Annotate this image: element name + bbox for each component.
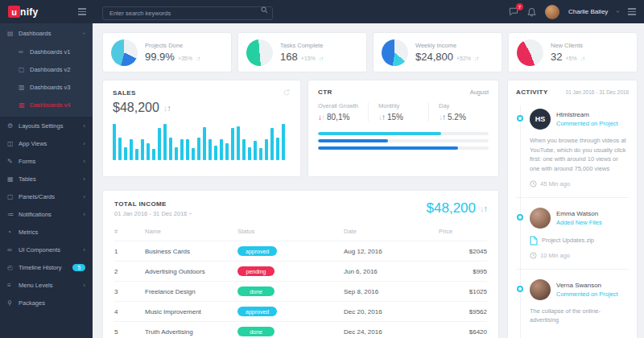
sidebar-subitem-dashboards-v3[interactable]: ▥Dashboards v3 [11,78,93,96]
sidebar-item-label: UI Components [19,246,83,254]
status-badge: approved [237,307,277,316]
trend-arrows-icon: ↓↑ [439,113,445,122]
sidebar-item-metrics[interactable]: ◔Metrics [0,223,93,241]
progress-fill [318,146,458,150]
notifications-icon: ≔ [7,211,19,218]
sidebar-item-menu-levels[interactable]: ≡Menu Levels› [0,276,93,294]
table-row[interactable]: 5Truth AdvertisingdoneDec 24, 2016$6420 [114,322,487,338]
logo-mark: u [8,6,20,18]
table-row[interactable]: 1Business CardsapprovedAug 12, 2016$2045 [114,241,487,262]
activity-action-link[interactable]: Commented on Project [556,291,618,298]
trend-arrows-icon: ↓↑ [378,113,385,122]
sales-bar [130,139,133,160]
ctr-metric-value-row: ↓↑15% [378,113,428,122]
income-period-picker[interactable]: 01 Jan 2016 - 31 Dec 2016 › [114,210,192,217]
bell-icon[interactable] [527,7,536,17]
timeline-marker-icon [517,214,523,221]
main-content: Projects Done99.9%+35%↓↑Tasks Complete16… [93,23,644,338]
cell-name: Truth Advertising [145,322,237,338]
cell-price: $6420 [439,322,487,338]
cell-date: Dec 20, 2016 [344,302,439,322]
activity-file-row[interactable]: Project Updates.zip [530,236,629,245]
sidebar-subitem-label: Dashboards v1 [30,48,85,56]
ctr-metrics: Overall Growth↓↑80,1%Monthly↓↑15%Day↓↑5.… [318,102,489,122]
stat-pie-chart [246,39,273,66]
status-badge: pending [237,266,275,276]
user-avatar[interactable] [545,5,559,19]
chevron-down-icon: › [80,32,88,35]
stat-value: 32 [551,51,562,63]
sidebar-item-notifications[interactable]: ≔Notifications› [0,205,93,223]
chat-badge: 7 [516,3,523,10]
sidebar-item-label: Layouts Settings [19,122,83,130]
activity-names: Verna SwansonCommented on Project [556,282,618,298]
sidebar-subitem-dashboards-v2[interactable]: ▢Dashboards v2 [11,60,93,78]
file-icon [530,236,538,245]
sidebar-item-panels-cards[interactable]: ▢Panels/Cards› [0,188,93,205]
tables-icon: ▦ [7,175,19,183]
sidebar-subitem-label: Dashboards v2 [30,66,85,73]
activity-action-link[interactable]: Commented on Project [556,120,618,127]
sidebar-menu: ⚙Layouts Settings›◫App Views›✎Forms›▦Tab… [0,117,93,311]
table-row[interactable]: 3Freelance DesigndoneSep 8, 2016$1025 [114,282,487,302]
user-menu-chevron-icon[interactable]: › [614,10,621,13]
activity-names: Emma WatsonAdded New Files [556,210,602,226]
forms-icon: ✎ [7,158,19,165]
activity-user-name: Htmlstream [556,111,618,118]
sidebar-item-packages[interactable]: ⚲Packages [0,294,93,311]
sidebar-item-layouts-settings[interactable]: ⚙Layouts Settings› [0,117,93,134]
stat-delta: +35% [178,56,192,61]
stat-line: $24,800+52%↓↑ [415,51,478,63]
avatar [530,208,551,229]
sidebar-item-dashboards[interactable]: ▤ Dashboards › [0,23,93,43]
activity-title: ACTIVITY [516,89,548,96]
cell-price: $2045 [439,241,487,262]
settings-menu-icon[interactable] [628,8,636,15]
refresh-icon[interactable] [283,89,291,97]
sidebar-toggle-icon[interactable] [78,8,86,15]
cell-status: pending [237,262,344,282]
sidebar-item-timeline-history[interactable]: ◴Timeline History5 [0,258,93,276]
activity-item[interactable]: HSHtmlstreamCommented on ProjectWhen you… [516,99,629,198]
avatar [530,279,551,300]
stat-title: Weekly Income [415,42,478,49]
table-row[interactable]: 4Music ImprovementapprovedDec 20, 2016$9… [114,302,487,322]
sidebar-dashboards-submenu: ∞Dashboards v1▢Dashboards v2▥Dashboards … [0,43,93,113]
sales-card: SALES $48,200 ↓↑ [102,80,301,177]
activity-action-link[interactable]: Added New Files [556,219,602,226]
sales-bar [270,128,274,160]
activity-item[interactable]: Emma WatsonAdded New FilesProject Update… [516,198,629,270]
sidebar-item-tables[interactable]: ▦Tables› [0,170,93,188]
status-badge: approved [237,246,277,256]
stat-pie-chart [382,39,408,66]
sidebar-item-app-views[interactable]: ◫App Views› [0,134,93,152]
chat-icon[interactable]: 7 [509,7,518,16]
activity-card: ACTIVITY 01 Jan 2016 - 31 Dec 2016 HSHtm… [507,80,638,338]
sidebar-item-ui-components[interactable]: ∞UI Components› [0,241,93,258]
sidebar-item-forms[interactable]: ✎Forms› [0,152,93,170]
cell-num: 2 [114,262,145,282]
cell-date: Aug 12, 2016 [344,241,439,262]
trend-arrows-icon: ↓↑ [580,56,584,61]
clock-icon [530,180,537,188]
search-icon[interactable] [261,6,268,14]
sales-bar [208,139,212,160]
search-input[interactable] [102,6,273,20]
cell-num: 1 [114,241,145,262]
cell-price: $9562 [439,302,487,322]
ctr-title: CTR [318,89,332,96]
stat-delta: +15% [301,56,316,61]
stat-pie-chart [517,39,543,66]
sales-bar [214,146,217,160]
sidebar-subitem-dashboards-v1[interactable]: ∞Dashboards v1 [11,43,93,60]
income-table: #NameStatusDatePrice 1Business Cardsappr… [114,225,487,338]
stat-title: New Clients [551,42,584,49]
sidebar-subitem-dashboards-v4[interactable]: ▥Dashboards v4 [11,96,93,113]
sales-bar [259,148,262,160]
table-row[interactable]: 2Advertising OutdoorspendingJun 6, 2016$… [114,262,487,282]
stat-delta: +52% [456,56,471,61]
menu-levels-icon: ≡ [7,282,19,289]
activity-item[interactable]: Verna SwansonCommented on ProjectThe col… [516,270,629,335]
cell-name: Advertising Outdoors [145,262,237,282]
cell-num: 5 [114,322,145,338]
